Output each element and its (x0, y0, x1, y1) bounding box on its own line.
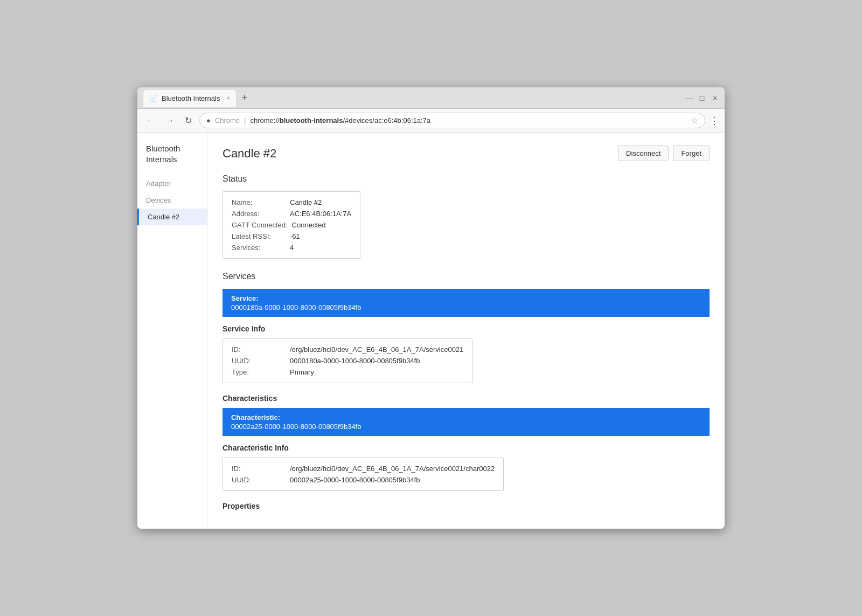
status-rssi-value: -61 (290, 232, 300, 240)
service-uuid-label: UUID: (232, 357, 286, 365)
characteristics-title: Characteristics (223, 394, 710, 403)
characteristic-bar[interactable]: Characteristic: 00002a25-0000-1000-8000-… (223, 408, 710, 436)
status-gatt-row: GATT Connected: Connected (232, 221, 351, 229)
tab-page-icon: 📄 (150, 95, 157, 102)
service-id-label: ID: (232, 345, 286, 354)
service-type-value: Primary (290, 368, 314, 376)
sidebar-item-devices[interactable]: Devices (137, 192, 207, 209)
close-button[interactable]: × (711, 94, 719, 102)
address-separator: | (244, 116, 246, 124)
status-services-label: Services: (232, 244, 286, 252)
service-bar-uuid: 0000180a-0000-1000-8000-00805f9b34fb (231, 303, 701, 312)
address-text: chrome://bluetooth-internals/#devices/ac… (251, 116, 431, 124)
forward-button[interactable]: → (162, 114, 177, 128)
disconnect-button[interactable]: Disconnect (618, 146, 669, 161)
service-bar-label: Service: (231, 294, 701, 302)
status-address-label: Address: (232, 210, 286, 218)
nav-bar: ← → ↻ ● Chrome | chrome://bluetooth-inte… (137, 109, 725, 133)
browser-content: Bluetooth Internals Adapter Devices Cand… (137, 133, 725, 529)
browser-menu-button[interactable]: ⋮ (710, 115, 719, 127)
window-controls: — □ × (685, 94, 719, 102)
service-id-row: ID: /org/bluez/hci0/dev_AC_E6_4B_06_1A_7… (232, 345, 463, 354)
status-gatt-value: Connected (292, 221, 326, 229)
address-bar[interactable]: ● Chrome | chrome://bluetooth-internals/… (199, 113, 705, 128)
service-type-label: Type: (232, 368, 286, 376)
device-header: Candle #2 Disconnect Forget (223, 146, 710, 161)
address-suffix: /#devices/ac:e6:4b:06:1a:7a (343, 116, 430, 124)
status-address-row: Address: AC:E6:4B:06:1A:7A (232, 210, 351, 218)
char-id-value: /org/bluez/hci0/dev_AC_E6_4B_06_1A_7A/se… (290, 465, 495, 473)
minimize-button[interactable]: — (685, 94, 693, 102)
service-type-row: Type: Primary (232, 368, 463, 376)
char-uuid-label: UUID: (232, 476, 286, 484)
tab-title: Bluetooth Internals (162, 94, 220, 102)
sidebar-item-adapter[interactable]: Adapter (137, 175, 207, 192)
status-rssi-row: Latest RSSI: -61 (232, 232, 351, 240)
browser-label: Chrome (215, 116, 240, 124)
sidebar: Bluetooth Internals Adapter Devices Cand… (137, 133, 207, 529)
device-title: Candle #2 (223, 147, 276, 161)
char-id-label: ID: (232, 465, 286, 473)
service-info-box: ID: /org/bluez/hci0/dev_AC_E6_4B_06_1A_7… (223, 338, 472, 383)
new-tab-button[interactable]: + (237, 91, 252, 106)
header-buttons: Disconnect Forget (618, 146, 710, 161)
status-name-label: Name: (232, 198, 286, 206)
service-bar[interactable]: Service: 0000180a-0000-1000-8000-00805f9… (223, 289, 710, 317)
forget-button[interactable]: Forget (673, 146, 710, 161)
reload-button[interactable]: ↻ (182, 113, 195, 128)
status-name-row: Name: Candle #2 (232, 198, 351, 206)
status-services-row: Services: 4 (232, 244, 351, 252)
maximize-button[interactable]: □ (698, 94, 706, 102)
status-info-box: Name: Candle #2 Address: AC:E6:4B:06:1A:… (223, 191, 360, 259)
main-panel: Candle #2 Disconnect Forget Status Name:… (207, 133, 725, 529)
address-bold: bluetooth-internals (280, 116, 343, 124)
char-bar-uuid: 00002a25-0000-1000-8000-00805f9b34fb (231, 423, 701, 431)
sidebar-item-candle2[interactable]: Candle #2 (137, 209, 207, 225)
title-bar: 📄 Bluetooth Internals × + — □ × (137, 87, 725, 109)
char-info-title: Characteristic Info (223, 444, 710, 452)
service-info-title: Service Info (223, 324, 710, 333)
char-uuid-value: 00002a25-0000-1000-8000-00805f9b34fb (290, 476, 420, 484)
secure-icon: ● (206, 116, 211, 124)
char-uuid-row: UUID: 00002a25-0000-1000-8000-00805f9b34… (232, 476, 495, 484)
status-name-value: Candle #2 (290, 198, 322, 206)
sidebar-title: Bluetooth Internals (137, 143, 207, 175)
status-services-value: 4 (290, 244, 294, 252)
service-id-value: /org/bluez/hci0/dev_AC_E6_4B_06_1A_7A/se… (290, 345, 463, 354)
bookmark-star-icon[interactable]: ☆ (691, 115, 698, 126)
status-address-value: AC:E6:4B:06:1A:7A (290, 210, 351, 218)
status-gatt-label: GATT Connected: (232, 221, 288, 229)
status-rssi-label: Latest RSSI: (232, 232, 286, 240)
services-section-title: Services (223, 272, 710, 281)
char-bar-label: Characteristic: (231, 413, 701, 421)
char-id-row: ID: /org/bluez/hci0/dev_AC_E6_4B_06_1A_7… (232, 465, 495, 473)
browser-tab[interactable]: 📄 Bluetooth Internals × (143, 89, 237, 107)
status-section-title: Status (223, 174, 710, 184)
browser-window: 📄 Bluetooth Internals × + — □ × ← → ↻ ● … (137, 87, 725, 529)
service-uuid-row: UUID: 0000180a-0000-1000-8000-00805f9b34… (232, 357, 463, 365)
tab-close-button[interactable]: × (226, 95, 230, 101)
char-info-box: ID: /org/bluez/hci0/dev_AC_E6_4B_06_1A_7… (223, 458, 504, 491)
service-uuid-value: 0000180a-0000-1000-8000-00805f9b34fb (290, 357, 420, 365)
back-button[interactable]: ← (143, 114, 158, 128)
properties-title: Properties (223, 502, 710, 510)
